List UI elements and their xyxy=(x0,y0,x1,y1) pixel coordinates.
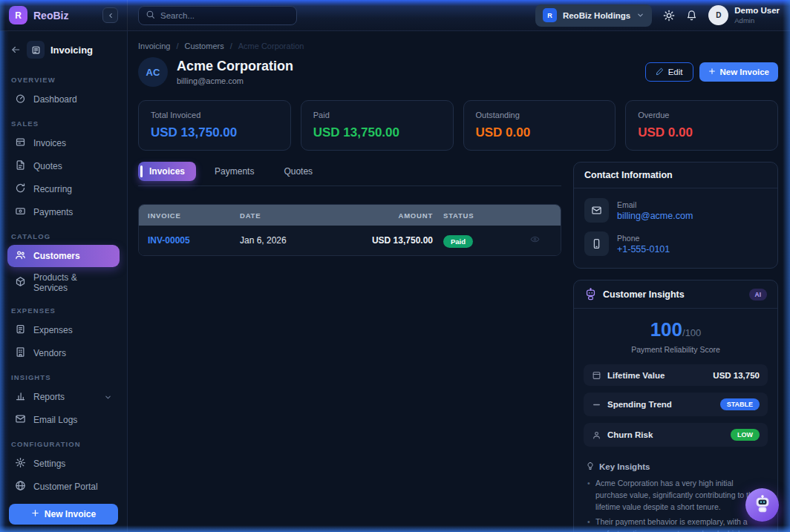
insights-metrics: Lifetime Value USD 13,750 Spending Trend… xyxy=(574,356,777,455)
person-icon xyxy=(592,430,601,440)
key-insights-header: Key Insights xyxy=(586,462,765,472)
back-arrow-icon[interactable] xyxy=(10,45,21,55)
sidebar-item-settings[interactable]: Settings xyxy=(7,453,120,475)
chevron-left-icon xyxy=(107,9,114,22)
sidebar-item-invoices[interactable]: Invoices xyxy=(7,132,120,154)
chevron-down-icon xyxy=(104,393,112,401)
stat-value: USD 13,750.00 xyxy=(151,125,278,140)
stat-label: Outstanding xyxy=(476,111,604,119)
tab-quotes[interactable]: Quotes xyxy=(272,162,324,181)
sidebar-item-label: Dashboard xyxy=(33,94,77,105)
search-icon xyxy=(146,9,155,22)
contact-email-row[interactable]: Email billing@acme.com xyxy=(584,198,767,223)
low-badge: LOW xyxy=(731,429,760,441)
sidebar-item-payments[interactable]: Payments xyxy=(7,201,120,223)
plus-icon xyxy=(31,509,39,519)
notifications-button[interactable] xyxy=(686,10,697,21)
minus-trend-icon xyxy=(592,400,601,410)
contact-card-header: Contact Information xyxy=(574,162,777,188)
view-invoice-button[interactable] xyxy=(518,234,552,247)
table-row[interactable]: INV-00005 Jan 6, 2026 USD 13,750.00 Paid xyxy=(139,226,561,255)
stat-card-overdue: Overdue USD 0.00 xyxy=(625,100,778,151)
sidebar-item-label: Reports xyxy=(33,392,65,402)
lightbulb-icon xyxy=(586,462,595,472)
user-menu[interactable]: D Demo User Admin xyxy=(708,5,780,25)
product-header: Invoicing xyxy=(7,39,120,67)
ai-badge: AI xyxy=(749,289,768,301)
envelope-icon xyxy=(584,198,609,223)
chevron-down-icon xyxy=(636,11,644,19)
breadcrumb: Invoicing Customers Acme Corporation xyxy=(138,42,778,50)
edit-button[interactable]: Edit xyxy=(645,62,693,82)
insight-bullet: Acme Corporation has a very high initial… xyxy=(586,478,765,513)
contact-email-value[interactable]: billing@acme.com xyxy=(617,211,693,221)
sidebar-item-label: Quotes xyxy=(33,161,62,171)
org-name: ReoBiz Holdings xyxy=(563,11,630,20)
ai-assistant-button[interactable] xyxy=(745,488,779,522)
sidebar-item-customer-portal[interactable]: Customer Portal xyxy=(7,476,120,498)
user-avatar: D xyxy=(708,5,728,25)
theme-toggle-button[interactable] xyxy=(663,10,675,22)
robot-icon xyxy=(754,495,771,515)
search-input[interactable] xyxy=(160,11,290,20)
breadcrumb-invoicing[interactable]: Invoicing xyxy=(138,42,178,50)
tab-invoices[interactable]: Invoices xyxy=(138,162,196,181)
breadcrumb-customers[interactable]: Customers xyxy=(184,42,232,50)
insights-card-header: Customer Insights AI xyxy=(574,280,777,309)
sidebar-item-email-logs[interactable]: Email Logs xyxy=(7,409,120,431)
header-actions: Edit New Invoice xyxy=(645,62,778,82)
contact-phone-value[interactable]: +1-555-0101 xyxy=(617,244,670,254)
insight-bullet: Their payment behavior is exemplary, wit… xyxy=(586,516,765,532)
robot-icon xyxy=(584,288,597,301)
sidebar-item-label: Payments xyxy=(33,207,73,217)
sidebar-item-label: Settings xyxy=(33,459,65,469)
sidebar-item-reports[interactable]: Reports xyxy=(7,386,120,408)
org-switcher[interactable]: R ReoBiz Holdings xyxy=(535,4,652,27)
sidebar-collapse-button[interactable] xyxy=(102,7,118,23)
tab-payments[interactable]: Payments xyxy=(203,162,265,181)
phone-icon xyxy=(584,231,609,256)
new-invoice-button[interactable]: New Invoice xyxy=(699,62,778,82)
key-insights: Key Insights Acme Corporation has a very… xyxy=(574,455,777,532)
sidebar-item-label: Products & Services xyxy=(33,272,112,293)
plus-icon xyxy=(708,68,716,76)
sidebar-item-expenses[interactable]: Expenses xyxy=(7,319,120,341)
metric-value: USD 13,750 xyxy=(713,371,760,380)
breadcrumb-current: Acme Corporation xyxy=(238,42,304,50)
contact-phone-row[interactable]: Phone +1-555-0101 xyxy=(584,231,767,256)
sidebar-item-products-services[interactable]: Products & Services xyxy=(7,268,120,298)
metric-label: Churn Risk xyxy=(607,430,653,439)
invoice-table: INVOICE DATE AMOUNT STATUS INV-00005 Jan… xyxy=(138,204,561,256)
stat-value: USD 0.00 xyxy=(638,125,765,140)
sidebar-item-label: Vendors xyxy=(33,348,66,358)
contact-card-title: Contact Information xyxy=(584,170,673,180)
mail-icon xyxy=(15,413,26,427)
invoice-number-link[interactable]: INV-00005 xyxy=(148,235,240,246)
gauge-icon xyxy=(15,93,26,106)
sidebar-item-quotes[interactable]: Quotes xyxy=(7,155,120,177)
invoice-date: Jan 6, 2026 xyxy=(240,235,332,246)
sidebar-item-label: Invoices xyxy=(33,138,66,148)
recurring-refresh-icon xyxy=(15,183,26,196)
global-search[interactable] xyxy=(138,6,297,25)
invoice-status-cell: Paid xyxy=(443,234,518,248)
contact-phone-label: Phone xyxy=(617,234,670,243)
sidebar-item-customers[interactable]: Customers xyxy=(7,245,120,267)
page-title: Acme Corporation xyxy=(177,59,293,74)
status-badge: Paid xyxy=(443,235,473,248)
sidebar-item-recurring[interactable]: Recurring xyxy=(7,178,120,200)
column-header-status: STATUS xyxy=(443,211,518,220)
sidebar-item-label: Expenses xyxy=(33,325,73,335)
globe-icon xyxy=(15,480,26,493)
sidebar-item-dashboard[interactable]: Dashboard xyxy=(7,88,120,111)
nav-section-catalog: CATALOG xyxy=(11,232,116,240)
sidebar-new-invoice-button[interactable]: New Invoice xyxy=(9,504,118,525)
metric-label: Spending Trend xyxy=(607,400,672,409)
main-content: Invoicing Customers Acme Corporation AC … xyxy=(128,31,790,532)
key-insights-list: Acme Corporation has a very high initial… xyxy=(586,478,765,532)
sidebar-item-vendors[interactable]: Vendors xyxy=(7,342,120,364)
reliability-score: 100/100 Payment Reliability Score xyxy=(574,309,777,356)
metric-lifetime-value: Lifetime Value USD 13,750 xyxy=(584,364,768,386)
invoices-section: Invoices Payments Quotes INVOICE DATE AM… xyxy=(138,162,561,256)
right-panel: Contact Information Email billing@acme.c… xyxy=(573,162,778,532)
